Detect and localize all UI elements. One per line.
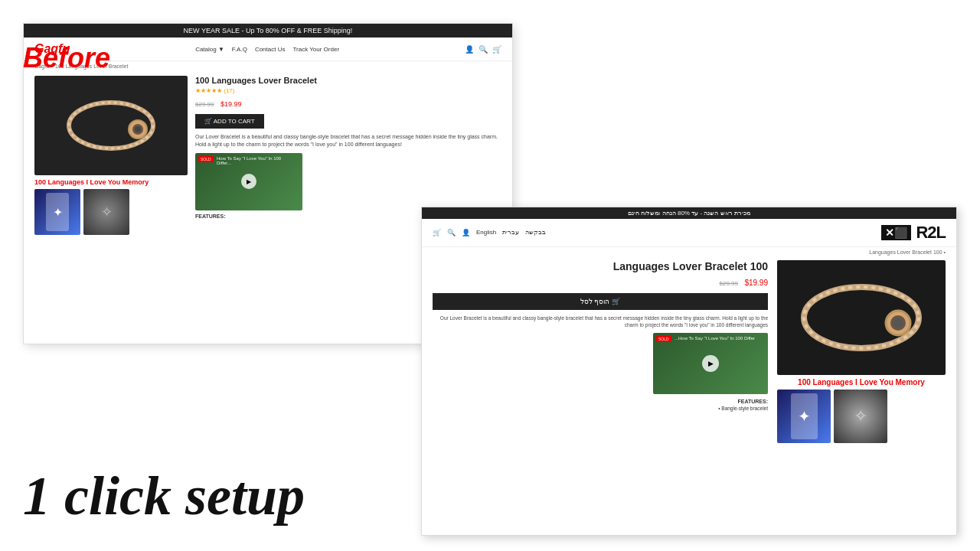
after-thumb-2[interactable]: ✧ <box>834 390 887 443</box>
nav-track[interactable]: Track Your Order <box>292 46 339 53</box>
after-nav-right: ✕⬛ R2L <box>881 223 946 243</box>
before-topbar: NEW YEAR SALE - Up To 80% OFF & FREE Shi… <box>24 24 512 37</box>
before-image-section: 100 Languages I Love You Memory ✦ ✧ <box>34 76 188 235</box>
after-product-info: Languages Lover Bracelet 100 $19.99 $29.… <box>433 260 768 443</box>
before-price-new: $19.99 <box>220 100 242 108</box>
before-add-to-cart[interactable]: 🛒 ADD TO CART <box>195 114 264 129</box>
before-nav-icons: 👤 🔍 🛒 <box>465 45 501 54</box>
bottom-tagline: 1 click setup <box>23 465 305 528</box>
nav-please[interactable]: בבקשה <box>525 229 546 236</box>
before-stars: ★★★★★ (17) <box>195 87 501 94</box>
svg-rect-5 <box>785 268 938 367</box>
after-nav-left: 🛒 🔍 👤 English עברית בבקשה <box>433 229 546 236</box>
after-main-image <box>777 260 946 375</box>
after-product-title: Languages Lover Bracelet 100 <box>433 260 768 272</box>
after-video-thumbnail[interactable]: SOLD How To Say "I Love You" In 100 Diff… <box>653 333 768 394</box>
before-product-title: 100 Languages Lover Bracelet <box>195 76 501 85</box>
before-nav-links: Catalog ▼ F.A.Q Contact Us Track Your Or… <box>195 46 339 53</box>
after-video-title: How To Say "I Love You" In 100 Differ... <box>675 336 755 341</box>
account-icon[interactable]: 👤 <box>465 45 474 54</box>
after-add-to-cart[interactable]: 🛒 הוסף לסל <box>433 293 768 310</box>
before-thumb-1[interactable]: ✦ <box>34 189 80 235</box>
before-pricing: $29.99 $19.99 <box>195 96 501 109</box>
before-play-button[interactable]: ▶ <box>241 174 256 189</box>
before-memory-text: 100 Languages I Love You Memory <box>34 178 188 186</box>
account-icon-after[interactable]: 👤 <box>462 229 470 236</box>
after-thumbnails: ✦ ✧ <box>777 390 946 443</box>
before-main-image <box>34 76 188 175</box>
after-memory-text: 100 Languages I Love You Memory <box>777 378 946 386</box>
after-features-label: :FEATURES <box>433 399 768 404</box>
before-thumbnails: ✦ ✧ <box>34 189 188 235</box>
search-icon-after[interactable]: 🔍 <box>447 229 456 236</box>
after-card: מכירת ראש השנה - עד 80% הנחה ומשלוח חינם… <box>421 207 957 536</box>
before-description: Our Lover Bracelet is a beautiful and cl… <box>195 133 501 148</box>
svg-point-10 <box>893 318 903 328</box>
nav-faq[interactable]: F.A.Q <box>232 46 247 53</box>
after-video-label: SOLD <box>656 336 671 342</box>
after-image-section: 100 Languages I Love You Memory ✦ ✧ <box>777 260 946 443</box>
before-label: Before <box>23 42 110 74</box>
before-video-label: SOLD <box>198 156 214 162</box>
svg-point-4 <box>135 126 141 132</box>
before-video-thumbnail[interactable]: SOLD How To Say "I Love You" In 100 Diff… <box>195 153 302 210</box>
after-topbar: מכירת ראש השנה - עד 80% הנחה ומשלוח חינם <box>422 207 956 219</box>
after-description: Our Lover Bracelet is a beautiful and cl… <box>433 315 768 328</box>
after-video-area: SOLD How To Say "I Love You" In 100 Diff… <box>433 333 768 394</box>
nav-catalog[interactable]: Catalog ▼ <box>195 46 224 53</box>
before-price-old: $29.99 <box>195 101 214 108</box>
after-price-old: $29.99 <box>719 280 737 287</box>
nav-contact[interactable]: Contact Us <box>255 46 286 53</box>
before-thumb-2[interactable]: ✧ <box>83 189 129 235</box>
search-icon[interactable]: 🔍 <box>479 45 488 54</box>
after-body: Languages Lover Bracelet 100 $19.99 $29.… <box>422 257 956 446</box>
cart-icon[interactable]: 🛒 <box>492 45 501 54</box>
after-thumb-1[interactable]: ✦ <box>777 390 831 443</box>
after-breadcrumb: • Languages Lover Bracelet 100 <box>422 247 956 257</box>
after-pricing: $19.99 $29.99 <box>433 275 768 289</box>
after-logo: R2L <box>916 223 946 243</box>
cart-icon-after[interactable]: 🛒 <box>433 229 441 236</box>
after-price-new: $19.99 <box>744 279 768 287</box>
nav-english[interactable]: English <box>476 229 496 236</box>
before-video-title: How To Say "I Love You" In 100 Differ... <box>217 156 293 165</box>
after-play-button[interactable]: ▶ <box>702 355 719 372</box>
after-nav: 🛒 🔍 👤 English עברית בבקשה ✕⬛ R2L <box>422 219 956 247</box>
nav-hebrew[interactable]: עברית <box>502 229 519 236</box>
after-features-sub: Bangle-style bracelet • <box>433 406 768 411</box>
